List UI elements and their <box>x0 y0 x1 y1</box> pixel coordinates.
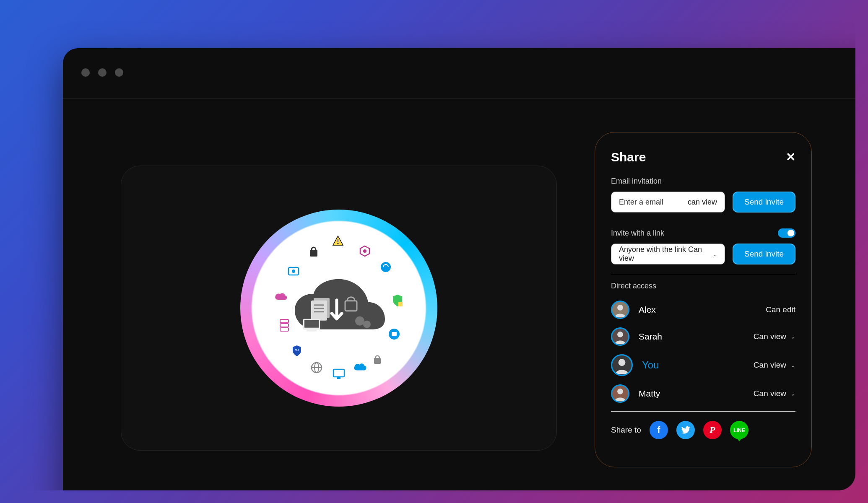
security-shield-icon: SJ <box>290 344 304 358</box>
direct-access-label: Direct access <box>611 282 795 290</box>
pinterest-icon[interactable]: P <box>703 421 722 439</box>
padlock-small-icon <box>370 352 385 366</box>
person-name: You <box>642 359 659 371</box>
svg-rect-29 <box>333 369 344 377</box>
traffic-light-maximize[interactable] <box>115 68 123 77</box>
access-row: MattyCan view⌄ <box>611 380 795 407</box>
avatar <box>611 327 629 346</box>
hex-icon <box>358 244 372 258</box>
facebook-icon[interactable]: f <box>650 421 668 439</box>
svg-rect-1 <box>311 301 327 321</box>
svg-rect-18 <box>398 302 403 306</box>
divider <box>611 411 795 412</box>
send-email-invite-button[interactable]: Send invite <box>733 192 795 213</box>
svg-point-17 <box>381 262 391 272</box>
monitor-icon <box>332 367 346 381</box>
cloud-lock-icon <box>274 289 288 303</box>
permission-text: Can view <box>754 332 786 341</box>
content-card: SJ <box>121 166 557 451</box>
line-icon[interactable]: LINE <box>730 421 748 439</box>
permission-select[interactable]: Can view⌄ <box>754 332 795 341</box>
svg-point-10 <box>363 321 371 328</box>
link-permission-text: Anyone with the link Can view <box>619 245 712 263</box>
svg-point-12 <box>338 243 339 244</box>
email-input[interactable] <box>619 198 682 207</box>
share-panel: Share ✕ Email invitation can view Send i… <box>595 132 812 467</box>
avatar <box>611 301 629 319</box>
svg-point-9 <box>355 316 364 326</box>
svg-point-14 <box>363 249 366 253</box>
browser-divider <box>63 99 855 99</box>
svg-text:SJ: SJ <box>295 348 299 352</box>
permission-select[interactable]: Can view⌄ <box>754 389 795 398</box>
svg-rect-19 <box>280 319 288 323</box>
close-icon[interactable]: ✕ <box>786 151 795 163</box>
svg-point-16 <box>292 270 295 273</box>
svg-point-34 <box>617 389 623 394</box>
lock-icon <box>307 244 321 258</box>
svg-point-31 <box>617 305 623 311</box>
email-input-wrap[interactable]: can view <box>611 192 725 213</box>
svg-rect-30 <box>337 377 340 379</box>
traffic-light-minimize[interactable] <box>98 68 107 77</box>
avatar <box>611 354 633 376</box>
access-row: AlexCan edit <box>611 296 795 323</box>
permission-text: Can view <box>754 360 786 370</box>
server-icon <box>277 318 291 332</box>
email-invitation-label: Email invitation <box>611 177 795 186</box>
twitter-icon[interactable] <box>676 421 695 439</box>
chevron-down-icon: ⌄ <box>790 333 795 340</box>
svg-point-32 <box>617 332 623 337</box>
cloud-icon <box>291 279 387 344</box>
svg-rect-20 <box>280 324 288 327</box>
permission-select: Can edit <box>766 305 795 314</box>
send-link-invite-button[interactable]: Send invite <box>733 244 795 264</box>
svg-rect-13 <box>310 250 317 257</box>
chevron-down-icon: ⌄ <box>790 390 795 397</box>
share-to-label: Share to <box>611 425 641 435</box>
badge-icon <box>286 264 301 278</box>
chevron-down-icon: ⌄ <box>790 362 795 368</box>
person-name: Sarah <box>639 332 662 342</box>
browser-window: SJ Share ✕ Email invitation can v <box>63 48 855 490</box>
invite-link-toggle[interactable] <box>778 228 795 238</box>
globe-icon <box>309 360 324 375</box>
cloud-security-graphic: SJ <box>240 210 437 407</box>
message-lock-icon <box>387 327 401 341</box>
person-name: Matty <box>639 389 660 399</box>
window-traffic-lights <box>81 68 123 77</box>
warning-icon <box>331 234 345 248</box>
invite-link-label: Invite with a link <box>611 229 664 238</box>
chevron-down-icon: ⌄ <box>712 251 717 257</box>
access-row: SarahCan view⌄ <box>611 323 795 350</box>
link-permission-select[interactable]: Anyone with the link Can view ⌄ <box>611 244 725 264</box>
avatar <box>611 384 629 403</box>
svg-rect-8 <box>307 330 317 332</box>
permission-text: Can view <box>754 389 786 398</box>
svg-rect-23 <box>392 332 397 336</box>
cloud-fill-icon <box>353 360 367 374</box>
person-name: Alex <box>639 305 656 315</box>
svg-rect-21 <box>280 328 288 331</box>
permission-text: Can edit <box>766 305 795 314</box>
cloud-sync-icon <box>379 260 393 274</box>
access-row: YouCan view⌄ <box>611 350 795 380</box>
shield-check-icon <box>390 293 405 308</box>
svg-point-33 <box>619 359 626 366</box>
svg-rect-25 <box>374 358 381 364</box>
share-title: Share <box>611 150 646 164</box>
email-permission-text[interactable]: can view <box>688 198 717 207</box>
svg-rect-7 <box>304 320 319 328</box>
permission-select[interactable]: Can view⌄ <box>754 360 795 370</box>
traffic-light-close[interactable] <box>81 68 90 77</box>
divider <box>611 274 795 274</box>
